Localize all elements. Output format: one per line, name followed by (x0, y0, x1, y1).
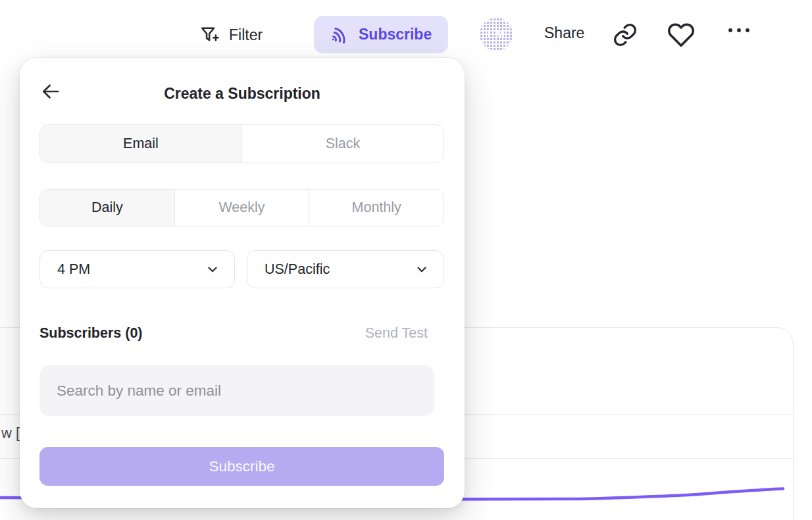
tab-daily[interactable]: Daily (40, 190, 174, 226)
frequency-tab-group: Daily Weekly Monthly (39, 189, 444, 226)
subscribe-toolbar-button[interactable]: Subscribe (314, 16, 448, 53)
tab-slack[interactable]: Slack (241, 125, 444, 163)
tab-weekly[interactable]: Weekly (174, 190, 309, 226)
favorite-button[interactable] (667, 21, 695, 49)
tab-monthly[interactable]: Monthly (309, 190, 444, 226)
background-clipped-text: w [ (1, 425, 20, 442)
page: w [ Filter Subscribe LM Share (0, 0, 812, 520)
timezone-select[interactable]: US/Pacific (247, 250, 444, 288)
avatar[interactable]: LM (480, 18, 513, 51)
chevron-down-icon (415, 262, 429, 276)
time-select-value: 4 PM (57, 261, 90, 278)
send-test-button[interactable]: Send Test (365, 325, 428, 342)
timezone-select-value: US/Pacific (265, 261, 330, 278)
avatar-initials: LM (488, 28, 505, 41)
filter-plus-icon (199, 24, 220, 46)
share-label: Share (544, 24, 584, 42)
chevron-down-icon (205, 262, 220, 276)
time-select[interactable]: 4 PM (39, 250, 235, 288)
more-menu-button[interactable] (727, 26, 751, 34)
subscribers-count-label: Subscribers (0) (39, 325, 143, 342)
subscriber-search-input[interactable] (39, 365, 434, 416)
filter-label: Filter (229, 26, 263, 44)
subscribe-toolbar-label: Subscribe (359, 26, 432, 43)
link-icon (612, 22, 638, 48)
tab-email[interactable]: Email (40, 125, 241, 163)
filter-button[interactable]: Filter (199, 20, 263, 49)
copy-link-button[interactable] (612, 22, 638, 48)
channel-tab-group: Email Slack (39, 124, 444, 163)
rss-icon (328, 22, 352, 46)
create-subscription-modal: Create a Subscription Email Slack Daily … (20, 58, 465, 508)
heart-icon (667, 21, 695, 49)
subscribe-submit-button[interactable]: Subscribe (39, 447, 444, 486)
modal-title: Create a Subscription (20, 85, 465, 103)
share-button[interactable]: Share (544, 24, 584, 42)
ellipsis-icon (727, 26, 751, 34)
